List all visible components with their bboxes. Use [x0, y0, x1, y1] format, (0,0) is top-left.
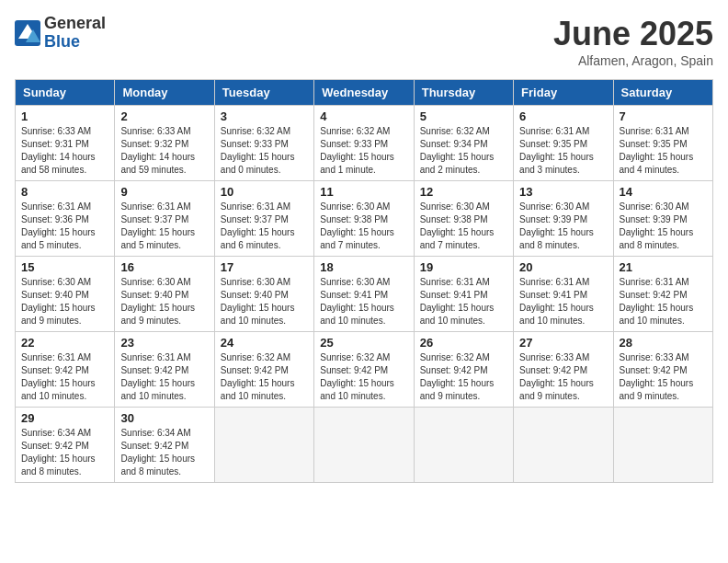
calendar-cell: 17Sunrise: 6:30 AM Sunset: 9:40 PM Dayli… — [214, 257, 313, 332]
day-detail: Sunrise: 6:32 AM Sunset: 9:42 PM Dayligh… — [320, 351, 407, 403]
calendar-cell: 7Sunrise: 6:31 AM Sunset: 9:35 PM Daylig… — [613, 106, 712, 181]
day-number: 8 — [21, 185, 108, 199]
calendar-cell: 29Sunrise: 6:34 AM Sunset: 9:42 PM Dayli… — [16, 408, 115, 483]
day-detail: Sunrise: 6:31 AM Sunset: 9:42 PM Dayligh… — [120, 351, 208, 403]
day-detail: Sunrise: 6:31 AM Sunset: 9:42 PM Dayligh… — [620, 276, 707, 327]
day-detail: Sunrise: 6:33 AM Sunset: 9:32 PM Dayligh… — [120, 125, 208, 177]
day-number: 17 — [221, 260, 308, 274]
day-detail: Sunrise: 6:31 AM Sunset: 9:37 PM Dayligh… — [221, 201, 308, 252]
day-detail: Sunrise: 6:33 AM Sunset: 9:42 PM Dayligh… — [519, 351, 607, 403]
day-detail: Sunrise: 6:34 AM Sunset: 9:42 PM Dayligh… — [120, 427, 208, 478]
day-detail: Sunrise: 6:32 AM Sunset: 9:33 PM Dayligh… — [320, 125, 407, 177]
day-detail: Sunrise: 6:31 AM Sunset: 9:41 PM Dayligh… — [519, 276, 607, 327]
day-number: 29 — [21, 411, 108, 425]
day-detail: Sunrise: 6:30 AM Sunset: 9:40 PM Dayligh… — [221, 276, 308, 327]
calendar-cell: 23Sunrise: 6:31 AM Sunset: 9:42 PM Dayli… — [115, 332, 214, 408]
logo: General Blue — [15, 15, 106, 52]
day-number: 19 — [420, 260, 507, 274]
calendar-cell — [214, 408, 313, 483]
day-number: 15 — [21, 260, 108, 274]
calendar-cell — [414, 408, 513, 483]
calendar-cell: 25Sunrise: 6:32 AM Sunset: 9:42 PM Dayli… — [314, 332, 414, 408]
day-detail: Sunrise: 6:33 AM Sunset: 9:31 PM Dayligh… — [21, 125, 108, 177]
day-detail: Sunrise: 6:31 AM Sunset: 9:41 PM Dayligh… — [420, 276, 507, 327]
calendar-cell: 11Sunrise: 6:30 AM Sunset: 9:38 PM Dayli… — [314, 181, 414, 257]
calendar-week-0: 1Sunrise: 6:33 AM Sunset: 9:31 PM Daylig… — [16, 106, 713, 181]
calendar-week-2: 15Sunrise: 6:30 AM Sunset: 9:40 PM Dayli… — [16, 257, 713, 332]
calendar-cell: 6Sunrise: 6:31 AM Sunset: 9:35 PM Daylig… — [514, 106, 613, 181]
page-header: General Blue June 2025 Alfamen, Aragon, … — [15, 15, 713, 68]
day-number: 1 — [21, 109, 108, 123]
day-number: 13 — [519, 185, 607, 199]
calendar-table: Sunday Monday Tuesday Wednesday Thursday… — [15, 79, 713, 483]
calendar-week-1: 8Sunrise: 6:31 AM Sunset: 9:36 PM Daylig… — [16, 181, 713, 257]
month-title: June 2025 — [553, 15, 713, 53]
logo-blue-text: Blue — [44, 33, 106, 52]
day-detail: Sunrise: 6:30 AM Sunset: 9:38 PM Dayligh… — [320, 201, 407, 252]
calendar-cell: 21Sunrise: 6:31 AM Sunset: 9:42 PM Dayli… — [613, 257, 712, 332]
day-detail: Sunrise: 6:31 AM Sunset: 9:35 PM Dayligh… — [620, 125, 707, 177]
calendar-cell: 18Sunrise: 6:30 AM Sunset: 9:41 PM Dayli… — [314, 257, 414, 332]
day-number: 27 — [519, 336, 607, 350]
day-detail: Sunrise: 6:30 AM Sunset: 9:41 PM Dayligh… — [320, 276, 407, 327]
col-monday: Monday — [115, 80, 214, 106]
calendar-cell — [314, 408, 414, 483]
calendar-cell: 8Sunrise: 6:31 AM Sunset: 9:36 PM Daylig… — [16, 181, 115, 257]
calendar-cell: 14Sunrise: 6:30 AM Sunset: 9:39 PM Dayli… — [613, 181, 712, 257]
day-detail: Sunrise: 6:32 AM Sunset: 9:34 PM Dayligh… — [420, 125, 507, 177]
day-detail: Sunrise: 6:31 AM Sunset: 9:37 PM Dayligh… — [120, 201, 208, 252]
day-detail: Sunrise: 6:31 AM Sunset: 9:42 PM Dayligh… — [21, 351, 108, 403]
calendar-cell: 30Sunrise: 6:34 AM Sunset: 9:42 PM Dayli… — [115, 408, 214, 483]
day-number: 22 — [21, 336, 108, 350]
calendar-header-row: Sunday Monday Tuesday Wednesday Thursday… — [16, 80, 713, 106]
day-detail: Sunrise: 6:30 AM Sunset: 9:39 PM Dayligh… — [620, 201, 707, 252]
day-number: 25 — [320, 336, 407, 350]
day-number: 5 — [420, 109, 507, 123]
day-number: 20 — [519, 260, 607, 274]
day-number: 9 — [120, 185, 208, 199]
day-number: 23 — [120, 336, 208, 350]
calendar-cell: 13Sunrise: 6:30 AM Sunset: 9:39 PM Dayli… — [514, 181, 613, 257]
day-number: 28 — [620, 336, 707, 350]
calendar-cell: 4Sunrise: 6:32 AM Sunset: 9:33 PM Daylig… — [314, 106, 414, 181]
calendar-week-4: 29Sunrise: 6:34 AM Sunset: 9:42 PM Dayli… — [16, 408, 713, 483]
calendar-cell: 19Sunrise: 6:31 AM Sunset: 9:41 PM Dayli… — [414, 257, 513, 332]
calendar-cell: 16Sunrise: 6:30 AM Sunset: 9:40 PM Dayli… — [115, 257, 214, 332]
day-number: 24 — [221, 336, 308, 350]
col-saturday: Saturday — [613, 80, 712, 106]
location-text: Alfamen, Aragon, Spain — [553, 53, 713, 68]
day-detail: Sunrise: 6:33 AM Sunset: 9:42 PM Dayligh… — [620, 351, 707, 403]
day-detail: Sunrise: 6:31 AM Sunset: 9:35 PM Dayligh… — [519, 125, 607, 177]
col-tuesday: Tuesday — [214, 80, 313, 106]
day-number: 16 — [120, 260, 208, 274]
logo-general-text: General — [44, 15, 106, 33]
day-detail: Sunrise: 6:31 AM Sunset: 9:36 PM Dayligh… — [21, 201, 108, 252]
calendar-cell — [613, 408, 712, 483]
logo-icon — [15, 20, 40, 46]
calendar-cell: 2Sunrise: 6:33 AM Sunset: 9:32 PM Daylig… — [115, 106, 214, 181]
title-area: June 2025 Alfamen, Aragon, Spain — [553, 15, 713, 68]
day-detail: Sunrise: 6:30 AM Sunset: 9:39 PM Dayligh… — [519, 201, 607, 252]
calendar-cell: 3Sunrise: 6:32 AM Sunset: 9:33 PM Daylig… — [214, 106, 313, 181]
day-number: 18 — [320, 260, 407, 274]
day-number: 7 — [620, 109, 707, 123]
col-sunday: Sunday — [16, 80, 115, 106]
day-detail: Sunrise: 6:32 AM Sunset: 9:42 PM Dayligh… — [221, 351, 308, 403]
calendar-cell — [514, 408, 613, 483]
day-detail: Sunrise: 6:30 AM Sunset: 9:40 PM Dayligh… — [120, 276, 208, 327]
day-number: 30 — [120, 411, 208, 425]
day-number: 10 — [221, 185, 308, 199]
day-detail: Sunrise: 6:34 AM Sunset: 9:42 PM Dayligh… — [21, 427, 108, 478]
calendar-cell: 24Sunrise: 6:32 AM Sunset: 9:42 PM Dayli… — [214, 332, 313, 408]
calendar-cell: 26Sunrise: 6:32 AM Sunset: 9:42 PM Dayli… — [414, 332, 513, 408]
day-detail: Sunrise: 6:30 AM Sunset: 9:40 PM Dayligh… — [21, 276, 108, 327]
day-number: 21 — [620, 260, 707, 274]
calendar-cell: 22Sunrise: 6:31 AM Sunset: 9:42 PM Dayli… — [16, 332, 115, 408]
calendar-cell: 1Sunrise: 6:33 AM Sunset: 9:31 PM Daylig… — [16, 106, 115, 181]
day-number: 11 — [320, 185, 407, 199]
day-number: 3 — [221, 109, 308, 123]
calendar-cell: 10Sunrise: 6:31 AM Sunset: 9:37 PM Dayli… — [214, 181, 313, 257]
day-number: 12 — [420, 185, 507, 199]
day-number: 26 — [420, 336, 507, 350]
col-thursday: Thursday — [414, 80, 513, 106]
